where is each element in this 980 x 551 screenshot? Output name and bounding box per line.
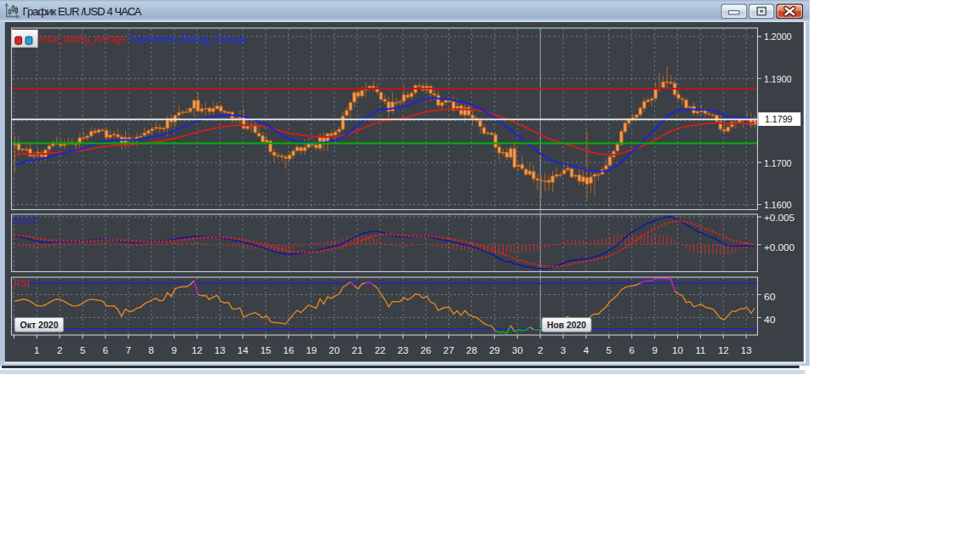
svg-text:11: 11 (695, 345, 705, 355)
svg-text:Окт 2020: Окт 2020 (20, 320, 59, 330)
svg-text:29: 29 (489, 345, 500, 355)
svg-text:19: 19 (306, 345, 317, 355)
svg-text:21: 21 (352, 345, 363, 355)
svg-text:1.1600: 1.1600 (764, 200, 792, 210)
svg-text:22: 22 (374, 345, 385, 355)
svg-text:9: 9 (171, 345, 176, 355)
svg-text:RSI: RSI (14, 278, 30, 288)
svg-text:1.2000: 1.2000 (764, 31, 792, 42)
svg-text:4: 4 (584, 345, 590, 355)
svg-text:MACD: MACD (14, 215, 39, 225)
svg-text:2: 2 (538, 345, 543, 355)
svg-text:12: 12 (718, 345, 729, 355)
svg-text:28: 28 (466, 345, 477, 355)
svg-text:12: 12 (191, 345, 202, 355)
svg-text:2: 2 (57, 345, 62, 355)
svg-text:3: 3 (561, 345, 566, 355)
svg-text:27: 27 (443, 345, 454, 355)
svg-text:1.1900: 1.1900 (764, 74, 792, 84)
svg-text:30: 30 (512, 345, 523, 355)
svg-text:6: 6 (629, 345, 634, 355)
svg-text:13: 13 (214, 345, 225, 355)
svg-text:16: 16 (283, 345, 294, 355)
svg-text:ential_Moving_Average:: ential_Moving_Average: (38, 33, 127, 45)
svg-text:5: 5 (607, 345, 612, 355)
svg-text:9: 9 (652, 345, 657, 355)
svg-text:13: 13 (741, 345, 752, 355)
svg-text:1.1799: 1.1799 (765, 114, 793, 124)
svg-text:Exponential_Moving_Average: Exponential_Moving_Average (129, 33, 247, 45)
svg-text:1: 1 (34, 345, 39, 355)
svg-text:10: 10 (672, 345, 683, 355)
svg-text:20: 20 (329, 345, 340, 355)
svg-text:14: 14 (237, 345, 248, 355)
svg-text:40: 40 (764, 315, 776, 325)
svg-text:26: 26 (420, 345, 431, 355)
svg-text:+0.005: +0.005 (764, 213, 795, 223)
svg-text:График EUR /USD 4 ЧАСА: График EUR /USD 4 ЧАСА (23, 5, 142, 18)
svg-text:60: 60 (764, 292, 776, 302)
svg-text:1.1700: 1.1700 (764, 158, 792, 168)
svg-text:8: 8 (149, 345, 154, 355)
svg-text:+0.000: +0.000 (764, 242, 795, 253)
svg-text:7: 7 (126, 345, 131, 355)
svg-text:15: 15 (260, 345, 271, 355)
svg-text:23: 23 (397, 345, 408, 355)
svg-text:5: 5 (80, 345, 85, 355)
svg-text:6: 6 (103, 345, 108, 355)
svg-text:Нов 2020: Нов 2020 (547, 320, 586, 330)
